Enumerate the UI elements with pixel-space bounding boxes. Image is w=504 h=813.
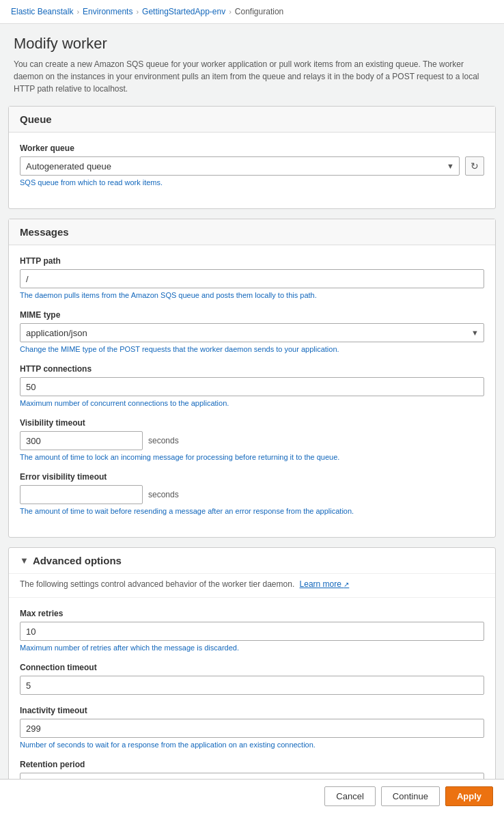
advanced-section-description: The following settings control advanced … (9, 574, 495, 598)
inactivity-timeout-input[interactable] (20, 719, 484, 738)
learn-more-label: Learn more (300, 579, 341, 589)
advanced-section: ▼ Advanced options The following setting… (8, 547, 496, 813)
messages-section: Messages HTTP path The daemon pulls item… (8, 219, 496, 538)
inactivity-timeout-label: Inactivity timeout (20, 706, 484, 715)
visibility-timeout-hint: The amount of time to lock an incoming m… (20, 453, 484, 461)
visibility-timeout-row: seconds (20, 431, 484, 450)
error-visibility-timeout-label: Error visibility timeout (20, 472, 484, 482)
error-visibility-timeout-unit: seconds (148, 490, 179, 499)
connection-timeout-field: Connection timeout (20, 663, 484, 695)
connection-timeout-label: Connection timeout (20, 663, 484, 672)
worker-queue-select[interactable]: Autogenerated queue (20, 156, 460, 176)
refresh-button[interactable]: ↻ (465, 156, 484, 176)
inactivity-timeout-field: Inactivity timeout Number of seconds to … (20, 706, 484, 749)
inactivity-timeout-hint: Number of seconds to wait for a response… (20, 741, 484, 749)
advanced-section-header: ▼ Advanced options (9, 548, 495, 574)
error-visibility-timeout-row: seconds (20, 485, 484, 504)
visibility-timeout-unit: seconds (148, 436, 179, 445)
worker-queue-select-wrapper: Autogenerated queue ▼ (20, 156, 460, 176)
breadcrumb-configuration: Configuration (235, 7, 283, 16)
cancel-button[interactable]: Cancel (324, 786, 375, 806)
apply-button[interactable]: Apply (445, 786, 493, 806)
retention-period-label: Retention period (20, 760, 484, 769)
footer-bar: Cancel Continue Apply (0, 779, 504, 813)
breadcrumb-elastic-beanstalk[interactable]: Elastic Beanstalk (11, 7, 73, 16)
worker-queue-row: Autogenerated queue ▼ ↻ (20, 156, 484, 176)
visibility-timeout-input[interactable] (20, 431, 143, 450)
messages-section-header: Messages (9, 219, 495, 245)
max-retries-field: Max retries Maximum number of retries af… (20, 609, 484, 652)
breadcrumb-app-env[interactable]: GettingStartedApp-env (142, 7, 225, 16)
mime-type-select-wrapper: application/json application/x-www-form-… (20, 323, 484, 342)
learn-more-link[interactable]: Learn more ↗ (300, 579, 350, 589)
mime-type-hint: Change the MIME type of the POST request… (20, 345, 484, 353)
http-path-input[interactable] (20, 269, 484, 288)
http-connections-input[interactable] (20, 377, 484, 396)
breadcrumb: Elastic Beanstalk › Environments › Getti… (0, 0, 504, 24)
worker-queue-hint: SQS queue from which to read work items. (20, 178, 484, 187)
mime-type-field: MIME type application/json application/x… (20, 310, 484, 353)
max-retries-input[interactable] (20, 622, 484, 641)
page-title: Modify worker (0, 24, 504, 58)
http-path-label: HTTP path (20, 256, 484, 266)
continue-button[interactable]: Continue (381, 786, 440, 806)
breadcrumb-sep-1: › (76, 8, 79, 16)
collapse-triangle-icon[interactable]: ▼ (20, 555, 29, 566)
max-retries-hint: Maximum number of retries after which th… (20, 644, 484, 652)
error-visibility-timeout-input[interactable] (20, 485, 143, 504)
breadcrumb-sep-2: › (136, 8, 139, 16)
external-link-icon: ↗ (344, 581, 349, 588)
worker-queue-label: Worker queue (20, 143, 484, 153)
mime-type-label: MIME type (20, 310, 484, 320)
connection-timeout-input[interactable] (20, 676, 484, 695)
error-visibility-timeout-field: Error visibility timeout seconds The amo… (20, 472, 484, 515)
mime-type-select[interactable]: application/json application/x-www-form-… (20, 323, 484, 342)
visibility-timeout-field: Visibility timeout seconds The amount of… (20, 418, 484, 461)
queue-section: Queue Worker queue Autogenerated queue ▼… (8, 106, 496, 209)
http-connections-field: HTTP connections Maximum number of concu… (20, 364, 484, 407)
breadcrumb-environments[interactable]: Environments (83, 7, 132, 16)
max-retries-label: Max retries (20, 609, 484, 618)
http-path-field: HTTP path The daemon pulls items from th… (20, 256, 484, 299)
queue-section-header: Queue (9, 107, 495, 133)
worker-queue-field: Worker queue Autogenerated queue ▼ ↻ SQS… (20, 143, 484, 187)
advanced-section-title: Advanced options (33, 555, 122, 566)
advanced-desc-text: The following settings control advanced … (20, 579, 294, 589)
http-connections-hint: Maximum number of concurrent connections… (20, 399, 484, 407)
breadcrumb-sep-3: › (229, 8, 232, 16)
visibility-timeout-label: Visibility timeout (20, 418, 484, 428)
http-connections-label: HTTP connections (20, 364, 484, 374)
error-visibility-timeout-hint: The amount of time to wait before resend… (20, 507, 484, 515)
page-description: You can create a new Amazon SQS queue fo… (0, 58, 504, 106)
http-path-hint: The daemon pulls items from the Amazon S… (20, 291, 484, 299)
